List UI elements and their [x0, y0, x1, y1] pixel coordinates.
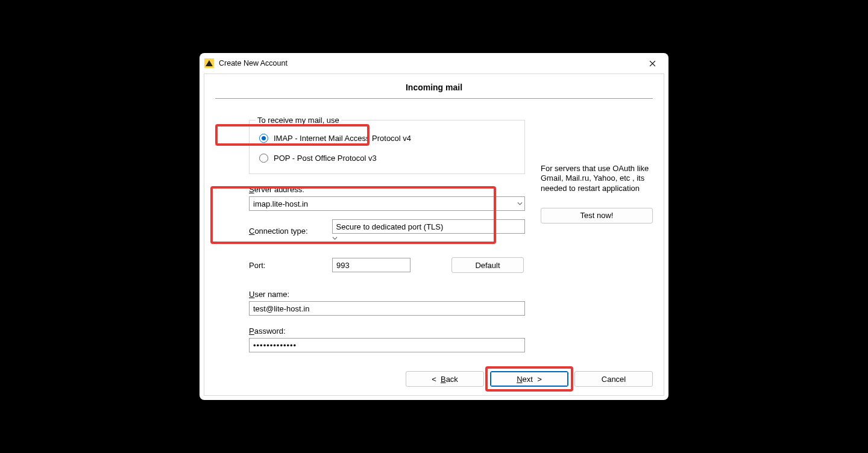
back-button[interactable]: < Back — [406, 371, 484, 387]
chevron-down-icon — [332, 234, 338, 243]
radio-imap[interactable]: IMAP - Internet Mail Access Protocol v4 — [259, 134, 515, 143]
next-button[interactable]: Next > — [490, 371, 568, 387]
oauth-note: For servers that use OAuth like Gmail, M… — [541, 164, 653, 193]
radio-pop[interactable]: POP - Post Office Protocol v3 — [259, 154, 515, 163]
server-label: Server address: — [249, 185, 304, 194]
port-row: Port: Default — [249, 257, 525, 273]
password-label: Password: — [249, 326, 525, 336]
radio-icon — [259, 154, 268, 163]
close-button[interactable] — [640, 56, 665, 72]
titlebar: Create New Account — [200, 53, 668, 73]
server-row: Server address: — [249, 185, 525, 211]
server-input[interactable] — [249, 196, 525, 211]
cancel-button[interactable]: Cancel — [574, 371, 653, 387]
right-column: For servers that use OAuth like Gmail, M… — [541, 116, 653, 387]
left-column: To receive my mail, use IMAP - Internet … — [249, 116, 530, 387]
protocol-fieldset: To receive my mail, use IMAP - Internet … — [249, 116, 525, 174]
port-input[interactable] — [332, 258, 410, 272]
radio-imap-label: IMAP - Internet Mail Access Protocol v4 — [274, 134, 411, 143]
wizard-buttons: < Back Next > Cancel — [406, 371, 653, 387]
test-now-button[interactable]: Test now! — [541, 208, 653, 223]
content-area: To receive my mail, use IMAP - Internet … — [215, 116, 653, 387]
username-block: User name: — [249, 290, 525, 316]
password-input[interactable] — [249, 338, 525, 352]
page-heading: Incoming mail — [215, 83, 653, 98]
create-account-dialog: Create New Account Incoming mail To rece… — [200, 53, 668, 400]
connection-row: Connection type: — [249, 219, 525, 243]
window-title: Create New Account — [219, 59, 288, 67]
radio-icon — [259, 134, 268, 143]
app-icon — [204, 58, 214, 68]
username-label: User name: — [249, 290, 525, 299]
port-label: Port: — [249, 261, 332, 270]
divider — [215, 98, 653, 99]
connection-label: Connection type: — [249, 226, 308, 236]
username-input[interactable] — [249, 301, 525, 316]
radio-pop-label: POP - Post Office Protocol v3 — [274, 154, 377, 163]
dialog-body: Incoming mail To receive my mail, use IM… — [204, 73, 664, 396]
default-port-button[interactable]: Default — [451, 257, 524, 273]
password-block: Password: — [249, 326, 525, 352]
protocol-legend: To receive my mail, use — [256, 116, 341, 125]
close-icon — [649, 60, 656, 69]
connection-select[interactable] — [332, 219, 525, 234]
